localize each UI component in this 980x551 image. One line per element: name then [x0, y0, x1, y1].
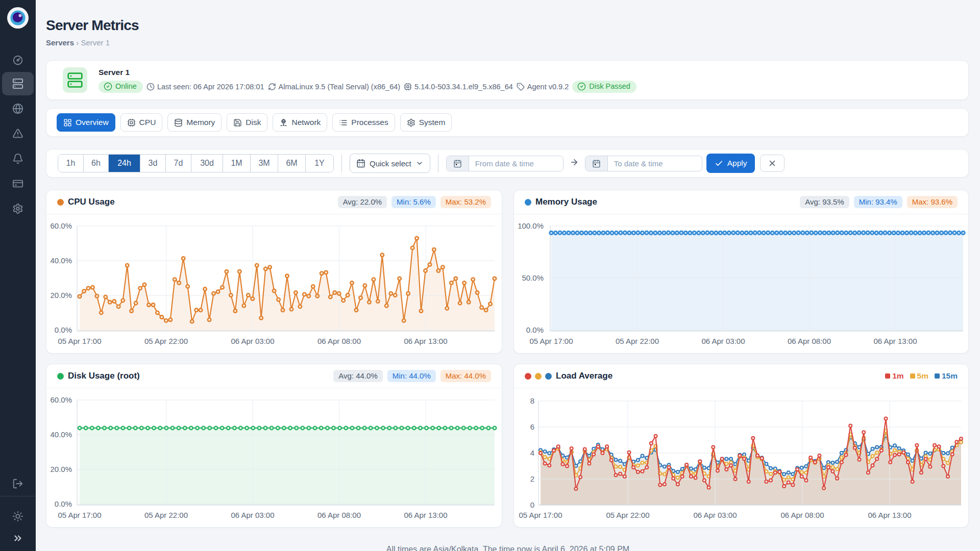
svg-text:06 Apr 08:00: 06 Apr 08:00 — [317, 337, 361, 345]
svg-text:06 Apr 03:00: 06 Apr 03:00 — [701, 337, 745, 345]
svg-text:05 Apr 17:00: 05 Apr 17:00 — [58, 511, 101, 519]
svg-text:05 Apr 22:00: 05 Apr 22:00 — [144, 511, 188, 519]
svg-text:40.0%: 40.0% — [50, 430, 72, 439]
svg-text:06 Apr 08:00: 06 Apr 08:00 — [317, 511, 361, 519]
svg-text:06 Apr 13:00: 06 Apr 13:00 — [404, 337, 447, 345]
svg-text:50.0%: 50.0% — [522, 273, 544, 282]
svg-text:06 Apr 13:00: 06 Apr 13:00 — [873, 337, 917, 345]
svg-text:05 Apr 17:00: 05 Apr 17:00 — [519, 511, 562, 519]
svg-text:05 Apr 22:00: 05 Apr 22:00 — [606, 511, 649, 519]
svg-text:2: 2 — [530, 474, 534, 483]
svg-text:100.0%: 100.0% — [518, 221, 544, 230]
svg-text:60.0%: 60.0% — [50, 395, 72, 404]
svg-text:40.0%: 40.0% — [50, 256, 72, 265]
svg-text:60.0%: 60.0% — [50, 221, 72, 230]
svg-text:05 Apr 22:00: 05 Apr 22:00 — [616, 337, 659, 345]
svg-text:4: 4 — [530, 448, 534, 457]
svg-text:05 Apr 22:00: 05 Apr 22:00 — [144, 337, 188, 345]
svg-text:0: 0 — [530, 500, 534, 509]
svg-text:06 Apr 03:00: 06 Apr 03:00 — [231, 511, 274, 519]
svg-text:06 Apr 13:00: 06 Apr 13:00 — [868, 511, 911, 519]
svg-text:06 Apr 03:00: 06 Apr 03:00 — [231, 337, 274, 345]
svg-text:8: 8 — [530, 396, 534, 405]
svg-text:06 Apr 03:00: 06 Apr 03:00 — [693, 511, 737, 519]
svg-text:05 Apr 17:00: 05 Apr 17:00 — [58, 337, 101, 345]
svg-text:0.0%: 0.0% — [55, 325, 72, 334]
svg-text:06 Apr 08:00: 06 Apr 08:00 — [780, 511, 824, 519]
svg-text:0.0%: 0.0% — [55, 499, 72, 508]
svg-text:06 Apr 08:00: 06 Apr 08:00 — [788, 337, 831, 345]
svg-text:20.0%: 20.0% — [50, 465, 72, 473]
svg-text:20.0%: 20.0% — [50, 291, 72, 299]
svg-text:0.0%: 0.0% — [526, 325, 544, 334]
svg-text:06 Apr 13:00: 06 Apr 13:00 — [404, 511, 447, 519]
svg-text:05 Apr 17:00: 05 Apr 17:00 — [529, 337, 573, 345]
svg-text:6: 6 — [530, 422, 534, 431]
